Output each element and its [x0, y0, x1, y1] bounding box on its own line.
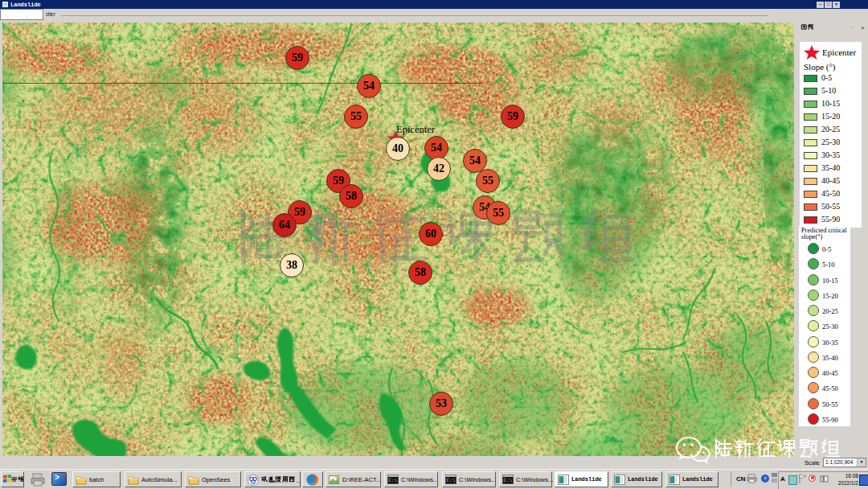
svg-text:C:\: C:\ [504, 477, 513, 483]
svg-text:C:\: C:\ [447, 477, 456, 483]
svg-text:C:\: C:\ [389, 477, 398, 483]
